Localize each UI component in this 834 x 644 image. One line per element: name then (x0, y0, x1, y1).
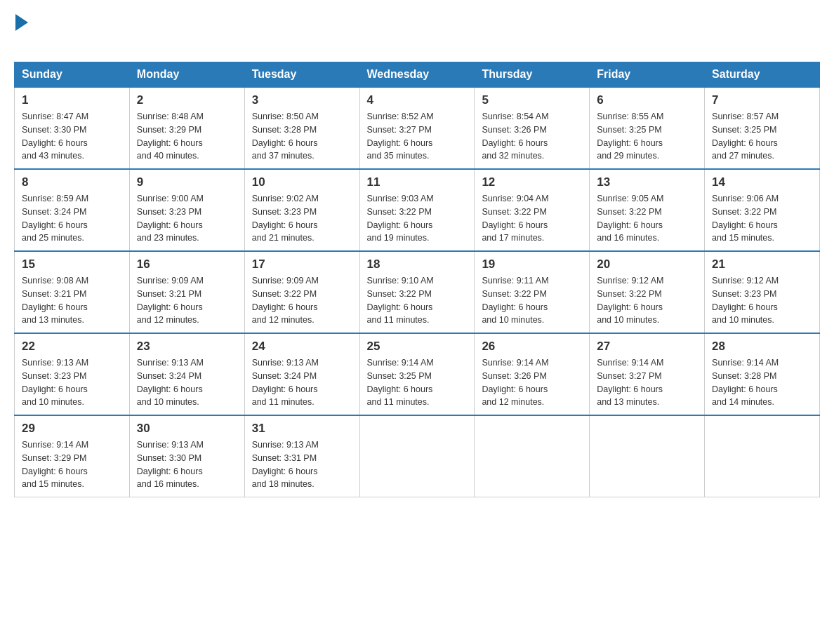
calendar-body: 1Sunrise: 8:47 AM Sunset: 3:30 PM Daylig… (15, 87, 820, 497)
day-number: 22 (22, 340, 122, 354)
day-number: 10 (252, 175, 352, 189)
calendar-cell: 22Sunrise: 9:13 AM Sunset: 3:23 PM Dayli… (15, 333, 130, 415)
calendar-cell: 2Sunrise: 8:48 AM Sunset: 3:29 PM Daylig… (129, 87, 244, 169)
day-number: 20 (597, 257, 697, 271)
calendar-cell: 25Sunrise: 9:14 AM Sunset: 3:25 PM Dayli… (359, 333, 475, 415)
day-number: 12 (482, 175, 582, 189)
calendar-cell: 28Sunrise: 9:14 AM Sunset: 3:28 PM Dayli… (705, 333, 820, 415)
day-info: Sunrise: 9:09 AM Sunset: 3:21 PM Dayligh… (137, 274, 237, 327)
calendar-cell: 7Sunrise: 8:57 AM Sunset: 3:25 PM Daylig… (705, 87, 820, 169)
day-info: Sunrise: 8:55 AM Sunset: 3:25 PM Dayligh… (597, 110, 697, 163)
day-info: Sunrise: 9:14 AM Sunset: 3:26 PM Dayligh… (482, 356, 582, 409)
calendar-cell: 23Sunrise: 9:13 AM Sunset: 3:24 PM Dayli… (129, 333, 244, 415)
day-number: 8 (22, 175, 122, 189)
logo (14, 14, 28, 51)
day-info: Sunrise: 8:54 AM Sunset: 3:26 PM Dayligh… (482, 110, 582, 163)
calendar-cell: 31Sunrise: 9:13 AM Sunset: 3:31 PM Dayli… (244, 415, 359, 497)
day-info: Sunrise: 9:13 AM Sunset: 3:24 PM Dayligh… (137, 356, 237, 409)
day-number: 28 (712, 340, 812, 354)
calendar-cell: 20Sunrise: 9:12 AM Sunset: 3:22 PM Dayli… (590, 251, 705, 333)
day-number: 5 (482, 93, 582, 107)
day-number: 19 (482, 257, 582, 271)
day-number: 13 (597, 175, 697, 189)
calendar-cell (705, 415, 820, 497)
calendar-cell: 19Sunrise: 9:11 AM Sunset: 3:22 PM Dayli… (475, 251, 590, 333)
day-number: 24 (252, 340, 352, 354)
day-info: Sunrise: 9:06 AM Sunset: 3:22 PM Dayligh… (712, 192, 812, 245)
day-number: 26 (482, 340, 582, 354)
day-info: Sunrise: 9:14 AM Sunset: 3:29 PM Dayligh… (22, 438, 122, 491)
weekday-header-friday: Friday (590, 62, 705, 88)
calendar-cell: 11Sunrise: 9:03 AM Sunset: 3:22 PM Dayli… (359, 169, 475, 251)
day-info: Sunrise: 8:57 AM Sunset: 3:25 PM Dayligh… (712, 110, 812, 163)
day-number: 3 (252, 93, 352, 107)
day-number: 16 (137, 257, 237, 271)
calendar-cell: 30Sunrise: 9:13 AM Sunset: 3:30 PM Dayli… (129, 415, 244, 497)
weekday-header-row: SundayMondayTuesdayWednesdayThursdayFrid… (15, 62, 820, 88)
day-info: Sunrise: 9:13 AM Sunset: 3:23 PM Dayligh… (22, 356, 122, 409)
calendar-cell: 14Sunrise: 9:06 AM Sunset: 3:22 PM Dayli… (705, 169, 820, 251)
day-info: Sunrise: 9:04 AM Sunset: 3:22 PM Dayligh… (482, 192, 582, 245)
day-info: Sunrise: 9:02 AM Sunset: 3:23 PM Dayligh… (252, 192, 352, 245)
day-info: Sunrise: 9:00 AM Sunset: 3:23 PM Dayligh… (137, 192, 237, 245)
calendar-cell: 3Sunrise: 8:50 AM Sunset: 3:28 PM Daylig… (244, 87, 359, 169)
day-number: 25 (367, 340, 468, 354)
calendar-cell: 10Sunrise: 9:02 AM Sunset: 3:23 PM Dayli… (244, 169, 359, 251)
day-number: 17 (252, 257, 352, 271)
calendar-cell: 9Sunrise: 9:00 AM Sunset: 3:23 PM Daylig… (129, 169, 244, 251)
day-info: Sunrise: 9:09 AM Sunset: 3:22 PM Dayligh… (252, 274, 352, 327)
day-number: 2 (137, 93, 237, 107)
calendar-cell (590, 415, 705, 497)
calendar-cell: 8Sunrise: 8:59 AM Sunset: 3:24 PM Daylig… (15, 169, 130, 251)
calendar-cell: 26Sunrise: 9:14 AM Sunset: 3:26 PM Dayli… (475, 333, 590, 415)
calendar-cell: 15Sunrise: 9:08 AM Sunset: 3:21 PM Dayli… (15, 251, 130, 333)
day-number: 30 (137, 422, 237, 436)
calendar-cell: 12Sunrise: 9:04 AM Sunset: 3:22 PM Dayli… (475, 169, 590, 251)
day-number: 1 (22, 93, 122, 107)
calendar-week-row: 15Sunrise: 9:08 AM Sunset: 3:21 PM Dayli… (15, 251, 820, 333)
day-number: 4 (367, 93, 468, 107)
weekday-header-tuesday: Tuesday (244, 62, 359, 88)
calendar-cell (475, 415, 590, 497)
day-number: 27 (597, 340, 697, 354)
day-info: Sunrise: 9:03 AM Sunset: 3:22 PM Dayligh… (367, 192, 468, 245)
day-number: 29 (22, 422, 122, 436)
day-info: Sunrise: 9:05 AM Sunset: 3:22 PM Dayligh… (597, 192, 697, 245)
day-info: Sunrise: 9:12 AM Sunset: 3:22 PM Dayligh… (597, 274, 697, 327)
day-number: 9 (137, 175, 237, 189)
weekday-header-wednesday: Wednesday (359, 62, 475, 88)
day-info: Sunrise: 9:13 AM Sunset: 3:31 PM Dayligh… (252, 438, 352, 491)
calendar-cell: 17Sunrise: 9:09 AM Sunset: 3:22 PM Dayli… (244, 251, 359, 333)
day-info: Sunrise: 9:14 AM Sunset: 3:28 PM Dayligh… (712, 356, 812, 409)
weekday-header-thursday: Thursday (475, 62, 590, 88)
calendar-cell: 4Sunrise: 8:52 AM Sunset: 3:27 PM Daylig… (359, 87, 475, 169)
day-info: Sunrise: 8:50 AM Sunset: 3:28 PM Dayligh… (252, 110, 352, 163)
calendar-week-row: 29Sunrise: 9:14 AM Sunset: 3:29 PM Dayli… (15, 415, 820, 497)
day-info: Sunrise: 9:08 AM Sunset: 3:21 PM Dayligh… (22, 274, 122, 327)
calendar-cell (359, 415, 475, 497)
calendar-cell: 1Sunrise: 8:47 AM Sunset: 3:30 PM Daylig… (15, 87, 130, 169)
day-number: 18 (367, 257, 468, 271)
weekday-header-monday: Monday (129, 62, 244, 88)
day-info: Sunrise: 8:52 AM Sunset: 3:27 PM Dayligh… (367, 110, 468, 163)
calendar-cell: 29Sunrise: 9:14 AM Sunset: 3:29 PM Dayli… (15, 415, 130, 497)
day-info: Sunrise: 9:14 AM Sunset: 3:25 PM Dayligh… (367, 356, 468, 409)
calendar-cell: 16Sunrise: 9:09 AM Sunset: 3:21 PM Dayli… (129, 251, 244, 333)
day-info: Sunrise: 9:14 AM Sunset: 3:27 PM Dayligh… (597, 356, 697, 409)
day-info: Sunrise: 8:59 AM Sunset: 3:24 PM Dayligh… (22, 192, 122, 245)
day-info: Sunrise: 8:48 AM Sunset: 3:29 PM Dayligh… (137, 110, 237, 163)
calendar-cell: 5Sunrise: 8:54 AM Sunset: 3:26 PM Daylig… (475, 87, 590, 169)
calendar-cell: 24Sunrise: 9:13 AM Sunset: 3:24 PM Dayli… (244, 333, 359, 415)
day-info: Sunrise: 9:13 AM Sunset: 3:24 PM Dayligh… (252, 356, 352, 409)
day-info: Sunrise: 9:13 AM Sunset: 3:30 PM Dayligh… (137, 438, 237, 491)
day-number: 7 (712, 93, 812, 107)
day-number: 21 (712, 257, 812, 271)
day-info: Sunrise: 8:47 AM Sunset: 3:30 PM Dayligh… (22, 110, 122, 163)
day-number: 15 (22, 257, 122, 271)
calendar-cell: 6Sunrise: 8:55 AM Sunset: 3:25 PM Daylig… (590, 87, 705, 169)
calendar-cell: 27Sunrise: 9:14 AM Sunset: 3:27 PM Dayli… (590, 333, 705, 415)
day-number: 14 (712, 175, 812, 189)
calendar-week-row: 22Sunrise: 9:13 AM Sunset: 3:23 PM Dayli… (15, 333, 820, 415)
calendar-cell: 13Sunrise: 9:05 AM Sunset: 3:22 PM Dayli… (590, 169, 705, 251)
calendar-header: SundayMondayTuesdayWednesdayThursdayFrid… (15, 62, 820, 88)
